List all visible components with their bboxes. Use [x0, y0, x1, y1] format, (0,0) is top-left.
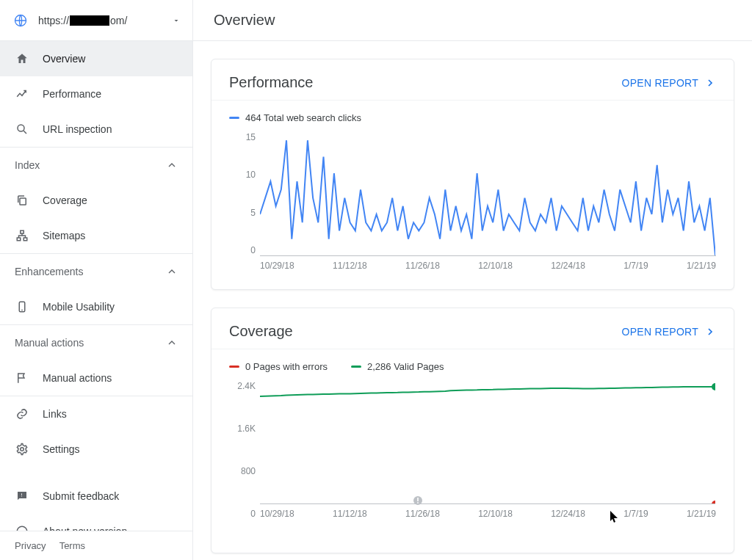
axis-tick: 12/10/18 [478, 261, 513, 271]
nav: Overview Performance URL inspection Inde… [0, 41, 192, 531]
footer-privacy[interactable]: Privacy [15, 540, 46, 551]
axis-tick: 12/10/18 [478, 509, 513, 519]
axis-tick: 11/12/18 [333, 261, 367, 271]
nav-mobile-usability[interactable]: Mobile Usability [0, 289, 192, 324]
svg-point-7 [21, 448, 24, 451]
svg-rect-5 [24, 238, 27, 241]
performance-legend: 464 Total web search clicks [229, 112, 716, 123]
svg-point-1 [18, 125, 24, 131]
footer-links: Privacy Terms [0, 531, 192, 560]
flag-icon [15, 371, 29, 385]
property-selector[interactable]: https:// om/ [0, 0, 192, 41]
nav-label: Links [43, 408, 67, 420]
nav-label: Mobile Usability [43, 301, 115, 313]
nav-label: Performance [43, 88, 101, 100]
svg-rect-3 [21, 230, 24, 233]
search-icon [15, 123, 29, 136]
nav-section-enhancements[interactable]: Enhancements [0, 254, 192, 289]
axis-tick: 1.6K [229, 423, 256, 434]
legend-label: 2,286 Valid Pages [367, 361, 444, 372]
svg-point-10 [712, 383, 715, 390]
trend-icon [15, 87, 29, 101]
svg-rect-2 [20, 198, 26, 205]
nav-label: Settings [43, 443, 80, 455]
page-header: Overview [193, 0, 752, 41]
axis-tick: 1/21/19 [687, 261, 716, 271]
url-suffix: om/ [110, 15, 127, 26]
main: Overview Performance OPEN REPORT [193, 0, 752, 560]
link-icon [15, 407, 29, 421]
legend-swatch-blue [229, 117, 239, 119]
sidebar: https:// om/ Overview Performance [0, 0, 193, 560]
open-report-performance[interactable]: OPEN REPORT [622, 77, 716, 89]
axis-tick: 11/12/18 [333, 509, 367, 519]
chevron-right-icon [704, 77, 716, 89]
axis-tick: 5 [229, 208, 256, 218]
axis-tick: 11/26/18 [405, 261, 440, 271]
legend-label: 464 Total web search clicks [245, 112, 361, 123]
axis-tick: 12/24/18 [551, 509, 585, 519]
home-icon [15, 52, 29, 65]
property-url: https:// om/ [38, 15, 172, 26]
axis-tick: 10 [229, 170, 256, 180]
card-title: Performance [229, 74, 622, 91]
info-icon [15, 525, 29, 531]
axis-tick: 10/29/18 [260, 261, 294, 271]
performance-chart: 151050 10/29/1811/12/1811/26/1812/10/181… [229, 132, 716, 272]
open-report-label: OPEN REPORT [622, 77, 698, 89]
gear-icon [15, 443, 29, 456]
phone-icon [15, 300, 29, 313]
nav-coverage[interactable]: Coverage [0, 183, 192, 218]
nav-performance[interactable]: Performance [0, 76, 192, 112]
nav-overview[interactable]: Overview [0, 41, 192, 76]
svg-rect-4 [17, 238, 21, 241]
chevron-right-icon [704, 326, 716, 338]
nav-about[interactable]: About new version [0, 514, 192, 531]
nav-feedback[interactable]: Submit feedback [0, 479, 192, 514]
legend-label: 0 Pages with errors [245, 361, 328, 372]
annotation-dot-icon [413, 495, 423, 506]
chevron-up-icon [166, 337, 178, 349]
axis-tick: 0 [229, 245, 256, 255]
coverage-card: Coverage OPEN REPORT 0 Pages with errors [211, 308, 734, 553]
nav-label: Sitemaps [43, 230, 85, 241]
axis-tick: 1/7/19 [623, 509, 648, 519]
axis-tick: 1/7/19 [623, 261, 648, 271]
card-title: Coverage [229, 323, 622, 340]
section-label: Index [15, 159, 153, 171]
svg-rect-13 [417, 498, 419, 501]
nav-label: Manual actions [43, 372, 112, 384]
page-title: Overview [214, 12, 275, 29]
nav-section-index[interactable]: Index [0, 148, 192, 183]
footer-terms[interactable]: Terms [59, 540, 85, 551]
nav-label: URL inspection [43, 123, 112, 135]
feedback-icon [15, 490, 29, 503]
nav-settings[interactable]: Settings [0, 432, 192, 467]
nav-manual-actions[interactable]: Manual actions [0, 360, 192, 396]
nav-links[interactable]: Links [0, 396, 192, 432]
chevron-down-icon [172, 16, 181, 25]
nav-sitemaps[interactable]: Sitemaps [0, 218, 192, 253]
chevron-up-icon [166, 159, 178, 171]
axis-tick: 0 [229, 509, 256, 519]
performance-card: Performance OPEN REPORT 464 Total web se… [211, 59, 734, 290]
section-label: Enhancements [15, 266, 153, 277]
legend-swatch-green [351, 366, 361, 368]
axis-tick: 15 [229, 132, 256, 142]
open-report-coverage[interactable]: OPEN REPORT [622, 326, 716, 338]
nav-url-inspection[interactable]: URL inspection [0, 112, 192, 147]
nav-label: Submit feedback [43, 490, 119, 502]
legend-swatch-red [229, 366, 239, 368]
copy-icon [15, 194, 29, 207]
coverage-chart: 2.4K1.6K8000 10/29/1811/12/1811/26/1812/… [229, 381, 716, 535]
nav-section-manual[interactable]: Manual actions [0, 325, 192, 360]
svg-rect-14 [417, 502, 419, 503]
axis-tick: 1/21/19 [687, 509, 716, 519]
axis-tick: 10/29/18 [260, 509, 294, 519]
axis-tick: 11/26/18 [405, 509, 440, 519]
open-report-label: OPEN REPORT [622, 326, 698, 338]
nav-label: Coverage [43, 194, 87, 206]
axis-tick: 2.4K [229, 381, 256, 391]
sitemap-icon [15, 229, 29, 242]
globe-icon [12, 12, 29, 29]
